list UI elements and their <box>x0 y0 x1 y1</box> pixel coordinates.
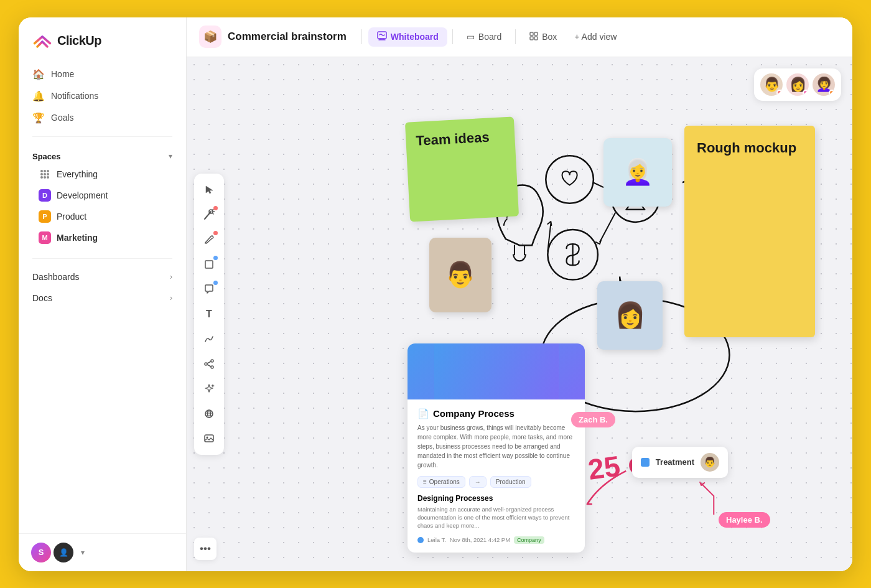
sidebar: ClickUp 🏠 Home 🔔 Notifications 🏆 Goals <box>19 17 187 571</box>
doc-tag-arrow: → <box>469 476 487 488</box>
sidebar-item-goals-label: Goals <box>51 113 74 123</box>
whiteboard-canvas[interactable]: T <box>187 57 852 571</box>
doc-card-badge: Company <box>514 536 544 544</box>
sidebar-user-area: S 👤 ▾ <box>19 533 186 571</box>
svg-point-4 <box>44 170 46 172</box>
draw-dot <box>213 231 218 235</box>
svg-point-5 <box>47 170 49 172</box>
svg-rect-13 <box>534 37 538 40</box>
sidebar-item-goals[interactable]: 🏆 Goals <box>26 107 179 129</box>
doc-tag-operations: ≡ Operations <box>417 476 465 488</box>
treatment-icon <box>641 458 650 467</box>
development-icon: D <box>39 189 51 202</box>
box-tab-icon <box>529 32 538 42</box>
logo-text: ClickUp <box>57 34 101 48</box>
user-avatars: S 👤 <box>31 543 73 562</box>
sidebar-item-home-label: Home <box>51 69 74 79</box>
add-view-button[interactable]: + Add view <box>567 28 624 45</box>
draw-tool-button[interactable] <box>198 228 220 251</box>
svg-rect-11 <box>534 32 538 35</box>
treatment-label: Treatment <box>656 457 694 467</box>
divider-1 <box>32 136 172 137</box>
shape-dot <box>213 256 218 260</box>
document-card[interactable]: 🏢 📄 Company Process As your business gro… <box>408 343 585 553</box>
sidebar-item-everything[interactable]: Everything <box>32 164 172 185</box>
user-avatar-dark: 👤 <box>54 543 73 562</box>
shape-tool-button[interactable] <box>198 253 220 276</box>
sidebar-item-notifications[interactable]: 🔔 Notifications <box>26 85 179 107</box>
svg-rect-15 <box>205 261 213 268</box>
ai-tool-button[interactable] <box>198 378 220 400</box>
doc-icon-wrap: 📦 <box>199 26 221 48</box>
doc-icon: 📦 <box>203 30 217 44</box>
doc-title: Commercial brainstorm <box>228 30 347 43</box>
board-tab-icon: ▭ <box>467 32 475 42</box>
sidebar-item-marketing[interactable]: M Marketing <box>32 227 172 248</box>
sidebar-item-development[interactable]: D Development <box>32 185 172 206</box>
sidebar-item-everything-label: Everything <box>57 169 98 179</box>
image-tool-button[interactable] <box>198 427 220 450</box>
main-content: 📦 Commercial brainstorm Whiteboa <box>187 17 852 571</box>
top-right-avatars: 👨 👩 👩‍🦱 <box>754 68 841 101</box>
svg-point-2 <box>47 173 49 175</box>
svg-point-22 <box>207 436 208 438</box>
clickup-logo-icon <box>32 31 52 51</box>
tab-divider-2 <box>452 29 453 44</box>
collab-avatar-2: 👩 <box>786 73 809 96</box>
doc-tag-production: Production <box>490 476 531 488</box>
sticky-note-green[interactable]: Team ideas <box>405 116 519 222</box>
sidebar-item-product[interactable]: P Product <box>32 206 172 227</box>
spaces-chevron-icon[interactable]: ▾ <box>169 152 172 161</box>
tab-whiteboard-label: Whiteboard <box>391 32 439 42</box>
person-photo-3-bg: 👩 <box>597 281 663 350</box>
marketing-icon: M <box>39 231 51 244</box>
top-bar: 📦 Commercial brainstorm Whiteboa <box>187 17 852 57</box>
doc-card-date: Nov 8th, 2021 4:42 PM <box>450 536 510 543</box>
text-tool-button[interactable]: T <box>198 303 220 325</box>
sidebar-item-product-label: Product <box>57 212 86 222</box>
cursor-tool-button[interactable] <box>198 179 220 201</box>
spaces-section-header: Spaces ▾ <box>32 152 172 161</box>
tab-divider-1 <box>361 29 362 44</box>
tab-board[interactable]: ▭ Board <box>458 28 510 45</box>
sticky-yellow-text: Rough mockup <box>697 140 796 156</box>
magic-tool-button[interactable] <box>198 203 220 226</box>
haylee-name: Haylee B. <box>726 515 763 525</box>
treatment-card[interactable]: Treatment 👨 <box>632 447 728 478</box>
sidebar-item-docs[interactable]: Docs › <box>26 287 179 309</box>
treatment-avatar: 👨 <box>701 453 719 472</box>
left-toolbar: T <box>194 174 224 455</box>
svg-point-6 <box>40 176 43 179</box>
name-chip-haylee: Haylee B. <box>719 512 770 528</box>
doc-card-body: 📄 Company Process As your business grows… <box>408 399 585 553</box>
sticky-green-text: Team ideas <box>416 129 490 148</box>
sticky-note-yellow[interactable]: Rough mockup <box>684 126 815 337</box>
tab-box[interactable]: Box <box>521 28 566 46</box>
tab-whiteboard[interactable]: Whiteboard <box>368 27 447 47</box>
dashboards-chevron-icon: › <box>170 273 172 281</box>
bell-icon: 🔔 <box>32 90 45 102</box>
svg-point-0 <box>40 173 43 175</box>
tab-divider-3 <box>515 29 516 44</box>
svg-rect-12 <box>530 37 533 40</box>
doc-card-tags: ≡ Operations → Production <box>417 476 575 488</box>
trophy-icon: 🏆 <box>32 112 45 124</box>
docs-label: Docs <box>32 293 52 303</box>
doc-card-footer: Leila T. Nov 8th, 2021 4:42 PM Company <box>417 536 575 544</box>
comment-tool-button[interactable] <box>198 278 220 301</box>
user-avatar-s: S <box>31 543 51 562</box>
spaces-title: Spaces <box>32 152 61 161</box>
svg-point-17 <box>205 363 207 365</box>
sidebar-nav: 🏠 Home 🔔 Notifications 🏆 Goals <box>19 61 186 131</box>
share-tool-button[interactable] <box>198 353 220 375</box>
home-icon: 🏠 <box>32 68 45 80</box>
more-dots-icon: ••• <box>200 543 211 555</box>
more-options-button[interactable]: ••• <box>194 538 217 560</box>
sidebar-item-home[interactable]: 🏠 Home <box>26 63 179 85</box>
curve-tool-button[interactable] <box>198 328 220 350</box>
magic-dot <box>213 206 218 210</box>
sidebar-item-dashboards[interactable]: Dashboards › <box>26 266 179 287</box>
doc-card-user-dot <box>417 537 424 543</box>
web-tool-button[interactable] <box>198 403 220 425</box>
user-dropdown-icon[interactable]: ▾ <box>81 548 85 557</box>
